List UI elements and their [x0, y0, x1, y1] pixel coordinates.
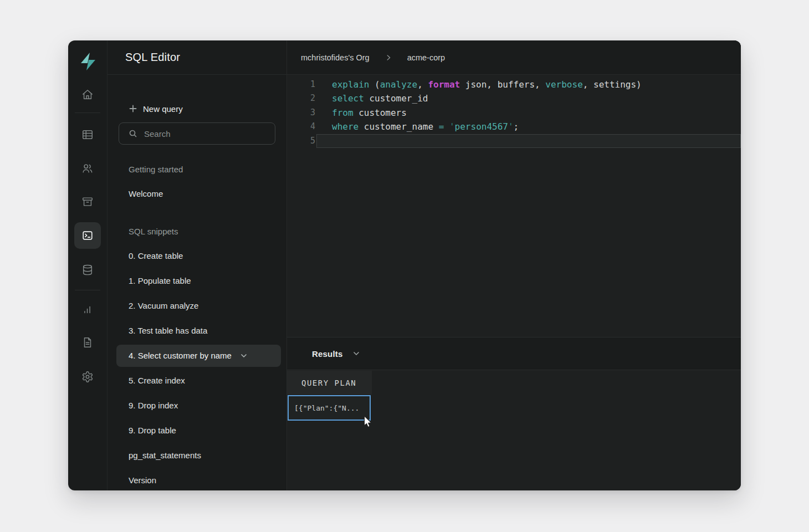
section-sql-snippets: SQL snippets0. Create table1. Populate t… [107, 219, 286, 490]
archive-box-icon [81, 196, 94, 208]
brand-logo-icon[interactable] [78, 52, 98, 71]
breadcrumb-project[interactable]: acme-corp [407, 53, 446, 62]
chevron-right-icon [385, 54, 392, 62]
section-title: SQL snippets [107, 219, 286, 243]
column-header-query-plan: QUERY PLAN [287, 371, 372, 395]
snippets-panel: SQL Editor New query Getting startedWelc… [107, 40, 286, 490]
line-number: 5 [287, 134, 315, 148]
icon-rail [68, 40, 107, 490]
rail-item-users[interactable] [74, 155, 101, 182]
search-icon [129, 129, 137, 138]
snippet-item[interactable]: Welcome [107, 181, 286, 206]
chevron-down-icon [352, 349, 361, 358]
plus-icon [129, 104, 137, 113]
new-query-button[interactable]: New query [129, 101, 183, 116]
search-input[interactable] [144, 129, 266, 139]
rail-item-docs[interactable] [74, 329, 101, 356]
snippet-item[interactable]: 4. Select customer by name [107, 343, 286, 368]
section-title: Getting started [107, 157, 286, 181]
code-line-current: 5 [287, 134, 741, 148]
page: { "app": { "title": "SQL Editor" }, "bre… [0, 0, 809, 532]
code-line: 1explain (analyze, format json, buffers,… [287, 78, 741, 91]
panel-header: SQL Editor [107, 40, 286, 75]
breadcrumb-org[interactable]: mchristofides's Org [301, 53, 370, 62]
line-number: 2 [287, 91, 315, 105]
code-line: 3from customers [287, 106, 741, 120]
terminal-icon [81, 229, 94, 242]
line-number: 3 [287, 106, 315, 120]
users-icon [81, 162, 94, 175]
snippet-item[interactable]: 5. Create index [107, 368, 286, 393]
snippet-item[interactable]: 1. Populate table [107, 268, 286, 293]
rail-item-sql-editor[interactable] [74, 222, 101, 249]
new-query-label: New query [143, 104, 183, 114]
code-line: 4where customer_name = 'person4567'; [287, 120, 741, 134]
snippet-item[interactable]: 9. Drop index [107, 393, 286, 418]
results-dropdown[interactable]: Results [287, 337, 741, 370]
snippet-item-label: 4. Select customer by name [129, 351, 232, 360]
editor-column: mchristofides's Org acme-corp 1explain (… [286, 40, 741, 490]
snippet-item[interactable]: 3. Test table has data [107, 318, 286, 343]
rail-item-databases[interactable] [74, 257, 101, 283]
snippet-item[interactable]: 2. Vacuum analyze [107, 293, 286, 318]
snippet-item[interactable]: 9. Drop table [107, 418, 286, 443]
table-icon [81, 129, 94, 141]
document-icon [81, 336, 94, 349]
search-box [119, 122, 275, 145]
chevron-down-icon [239, 351, 248, 360]
rail-item-branches[interactable] [74, 188, 101, 215]
snippet-item[interactable]: 0. Create table [107, 243, 286, 268]
sql-code-editor[interactable]: 1explain (analyze, format json, buffers,… [287, 75, 741, 337]
rail-item-home[interactable] [74, 81, 101, 108]
rail-item-settings[interactable] [74, 364, 101, 390]
line-number: 1 [287, 78, 315, 91]
section-getting-started: Getting startedWelcome [107, 157, 286, 206]
results-table: QUERY PLAN [{"Plan":{"N... [287, 370, 741, 490]
snippet-item[interactable]: Version [107, 468, 286, 490]
database-icon [81, 264, 94, 276]
line-number: 4 [287, 120, 315, 134]
rail-divider [75, 112, 100, 113]
gear-icon [81, 371, 94, 383]
home-icon [81, 89, 94, 101]
code-line: 2select customer_id [287, 91, 741, 105]
snippet-item[interactable]: pg_stat_statements [107, 443, 286, 468]
app-window: SQL Editor New query Getting startedWelc… [68, 40, 741, 490]
breadcrumb: mchristofides's Org acme-corp [287, 40, 741, 75]
query-plan-cell[interactable]: [{"Plan":{"N... [288, 395, 371, 421]
page-title: SQL Editor [125, 51, 180, 64]
bar-chart-icon [81, 303, 94, 315]
rail-item-monitoring[interactable] [74, 296, 101, 323]
results-label: Results [312, 349, 343, 359]
rail-divider [75, 290, 100, 290]
rail-item-tables[interactable] [74, 121, 101, 148]
